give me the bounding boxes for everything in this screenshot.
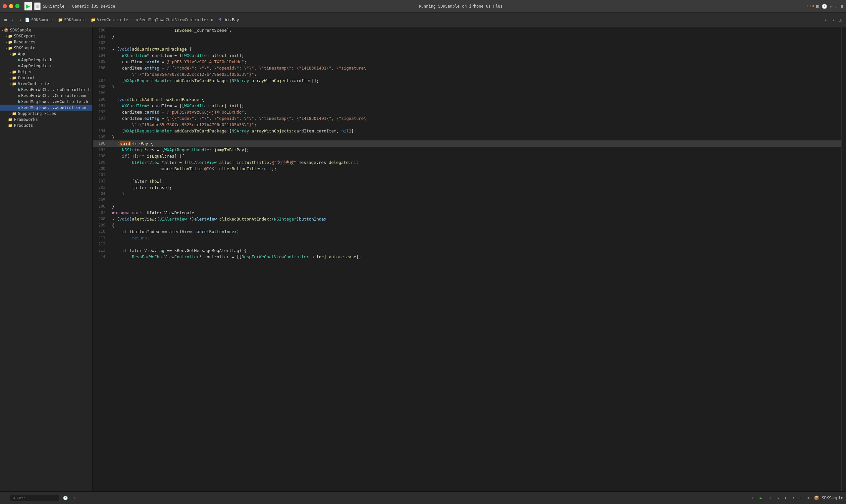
sidebar-item-sdkexport[interactable]: 📁 SDKExport	[0, 33, 92, 39]
right-gutter	[841, 27, 846, 491]
running-label: Running SDKSample on iPhone 6s Plus	[419, 4, 503, 8]
app-icon: 📦	[814, 496, 819, 500]
breadcrumb: 📄 SDKSample › 📁 SDKSample › 📁 ViewContro…	[25, 18, 821, 22]
filter-icon: ⌕	[13, 496, 15, 500]
code-line-188: 188 }	[93, 84, 841, 90]
sidebar-item-helper[interactable]: 📁 Helper	[0, 69, 92, 75]
sidebar-label: ViewController	[18, 82, 51, 86]
download-icon[interactable]: ↓	[783, 495, 788, 501]
breadcrumb-file-icon: m	[136, 18, 138, 22]
warning-badge[interactable]: ⚠ 10	[806, 4, 814, 8]
code-line-180: 180 InScene:_currentScene];	[93, 27, 841, 33]
sidebar-item-respforwechat-h[interactable]: h RespForWeCh...iewController.h	[0, 87, 92, 93]
titlebar-icons: ⊞ 🕐 ↩ ▭ ⊟	[816, 4, 843, 9]
disclosure-icon	[5, 40, 7, 44]
sidebar-item-supporting-files[interactable]: 📁 Supporting Files	[0, 111, 92, 116]
close-button[interactable]	[3, 4, 7, 8]
play-button[interactable]: ▶	[24, 2, 32, 11]
code-line-187: 187 [WXApiRequestHandler addCardsToCardP…	[93, 77, 841, 84]
code-line-181: 181 }	[93, 33, 841, 40]
nav-back-btn[interactable]: ‹	[10, 17, 15, 23]
code-line-195: 195 }	[93, 134, 841, 140]
code-line-198: 198 if( ![@"" isEqual:res] ){	[93, 153, 841, 159]
traffic-lights	[3, 4, 20, 8]
sidebar-item-appdelegate-h[interactable]: h AppDelegate.h	[0, 57, 92, 63]
code-line-212: 212	[93, 241, 841, 247]
code-line-206: 206 }	[93, 203, 841, 210]
disclosure-icon	[9, 52, 11, 56]
breadcrumb-sdksample1[interactable]: SDKSample	[31, 18, 53, 22]
sidebar-label: Frameworks	[14, 117, 38, 122]
sidebar-item-sendmsg-m[interactable]: m SendMsgToWe...wController.m	[0, 105, 92, 111]
minimize-button[interactable]	[9, 4, 13, 8]
filter-field[interactable]: ⌕	[10, 495, 59, 501]
nav-icon[interactable]: ⊳	[806, 495, 811, 501]
toolbar: ⊞ ‹ › 📄 SDKSample › 📁 SDKSample › 📁 View…	[0, 13, 846, 27]
back-icon[interactable]: ↩	[830, 4, 832, 9]
code-line-213: 213 if (alertView.tag == kRecvGetMessage…	[93, 247, 841, 254]
sidebar-item-sendmsg-h[interactable]: h SendMsgToWe...ewController.h	[0, 99, 92, 105]
sidebar-item-frameworks[interactable]: 📁 Frameworks	[0, 116, 92, 123]
play-bottom-icon[interactable]: ▶	[759, 495, 763, 501]
code-line-207: 207 #pragma mark -UIAlertViewDelegate	[93, 210, 841, 216]
grid-icon[interactable]: ⊞	[3, 17, 8, 23]
code-line-208: 208 - (void)alertView:(UIAlertView *)ale…	[93, 216, 841, 222]
app-label: SDKSample	[822, 496, 843, 500]
layout-icon[interactable]: ⊟	[841, 4, 843, 9]
step-icon[interactable]: ↪	[775, 495, 780, 501]
code-line-190: 190 - (void)batchAddCardToWXCardPackage …	[93, 96, 841, 103]
clock-icon[interactable]: 🕐	[822, 4, 827, 9]
file-icon: h	[18, 88, 20, 92]
sidebar-label: Control	[18, 75, 35, 80]
warning-btn[interactable]: ⚠	[72, 495, 77, 501]
code-line-192: 192 cardItem.cardId = @"pDF3iY9tv9zCGCj4…	[93, 109, 841, 115]
sidebar-item-sdksample-root[interactable]: 📦 SDKSample	[0, 27, 92, 33]
warning-nav-icon[interactable]: ⚠	[838, 17, 843, 23]
disclosure-icon	[5, 47, 7, 50]
breadcrumb-viewcontroller[interactable]: ViewController	[97, 18, 130, 22]
sidebar-item-appdelegate-m[interactable]: m AppDelegate.m	[0, 63, 92, 69]
file-icon: m	[18, 64, 20, 68]
panel-icon[interactable]: ▭	[835, 4, 838, 9]
breadcrumb-sdksample2[interactable]: SDKSample	[64, 18, 86, 22]
sidebar-label: Supporting Files	[18, 111, 56, 116]
sidebar-label: SDKSample	[14, 46, 35, 50]
upload-icon[interactable]: ↑	[791, 495, 796, 501]
code-line-183: 183 - (void)addCardToWXCardPackage {	[93, 46, 841, 52]
breadcrumb-folder-icon2: 📁	[91, 18, 96, 22]
grid-bottom-icon[interactable]: ⊞	[751, 495, 756, 501]
fullscreen-button[interactable]	[15, 4, 20, 8]
code-area[interactable]: 180 InScene:_currentScene]; 181 } 182 18…	[93, 27, 841, 491]
code-editor[interactable]: 180 InScene:_currentScene]; 181 } 182 18…	[93, 27, 841, 491]
navigator-icon[interactable]: ⊞	[816, 4, 818, 9]
sidebar-label: App	[18, 52, 25, 56]
code-line-201: 201	[93, 172, 841, 178]
sidebar-item-control[interactable]: 📁 Control	[0, 75, 92, 81]
code-line-184: 184 WXCardItem* cardItem = [[WXCardItem …	[93, 52, 841, 59]
sidebar-item-respforwechat-mm[interactable]: m RespForWeCh...Controller.mm	[0, 93, 92, 99]
folder-icon: 📁	[12, 76, 17, 80]
breadcrumb-file[interactable]: SendMsgToWeChatViewController.m	[139, 18, 213, 22]
disclosure-icon	[1, 29, 3, 32]
nav-forward-btn[interactable]: ›	[18, 17, 23, 23]
sidebar-item-products[interactable]: 📁 Products	[0, 123, 92, 128]
app-name-label: SDKSample	[43, 4, 64, 8]
panel-bottom-icon[interactable]: ▭	[799, 495, 804, 501]
code-line-186: 186 cardItem.extMsg = @"{\"code\": \"\",…	[93, 65, 841, 71]
file-icon: h	[18, 100, 20, 104]
sidebar-item-resources[interactable]: 📁 Resources	[0, 39, 92, 45]
add-button[interactable]: +	[3, 495, 7, 501]
breadcrumb-method-icon: M	[219, 18, 221, 22]
pause-bottom-icon[interactable]: ⏸	[766, 495, 773, 501]
sidebar-item-app[interactable]: 📁 App	[0, 51, 92, 57]
sidebar-item-sdksample-group[interactable]: 📁 SDKSample	[0, 45, 92, 51]
stop-button[interactable]: ■	[34, 2, 41, 10]
folder-icon: 📁	[8, 34, 13, 38]
filter-input[interactable]	[17, 496, 56, 500]
sidebar-item-viewcontroller[interactable]: 📁 ViewController	[0, 81, 92, 87]
breadcrumb-back-btn[interactable]: ‹	[823, 17, 828, 23]
clock-btn[interactable]: 🕐	[61, 495, 69, 501]
sidebar-label: SendMsgToWe...ewController.h	[21, 100, 88, 104]
breadcrumb-forward-btn[interactable]: ›	[830, 17, 836, 23]
file-icon: h	[18, 58, 20, 62]
